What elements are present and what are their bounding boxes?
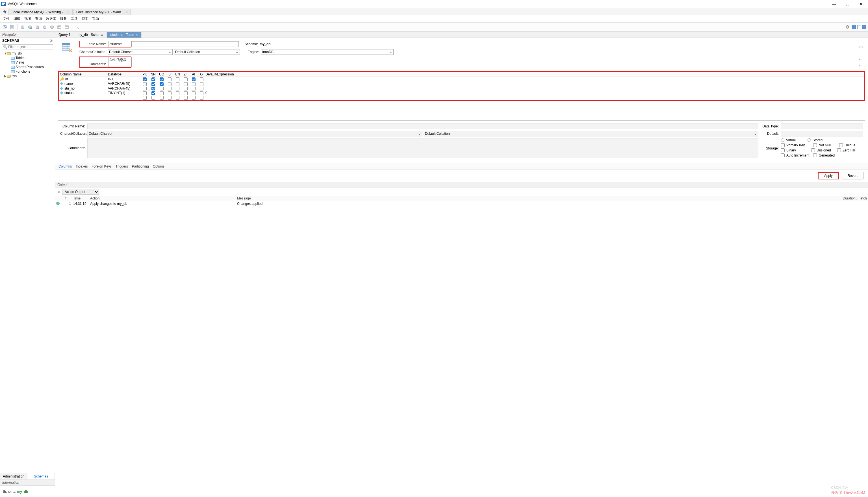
checkbox-zf[interactable] — [184, 91, 188, 95]
connection-tab-2[interactable]: Local instance MySQL - Warn... × — [73, 9, 131, 15]
bottom-tab-foreign-keys[interactable]: Foreign Keys — [91, 165, 112, 168]
output-mode-select[interactable]: Action Output — [62, 189, 99, 195]
collapse-icon[interactable]: ︽ — [858, 42, 864, 49]
menu-server[interactable]: 服务 — [60, 16, 67, 21]
toolbar-btn[interactable] — [49, 24, 55, 30]
col-collation-select[interactable]: Default Collation — [424, 131, 759, 137]
filter-objects-input[interactable]: 🔍 — [2, 44, 53, 49]
doc-tab-query1[interactable]: Query 1 — [55, 32, 74, 38]
panel-toggle-left[interactable] — [852, 25, 856, 29]
toolbar-btn[interactable] — [56, 24, 62, 30]
col-comments-field[interactable] — [87, 138, 758, 158]
chk-gen[interactable] — [813, 153, 817, 157]
close-icon[interactable]: × — [68, 10, 70, 14]
panel-toggle-mid[interactable] — [857, 25, 861, 29]
checkbox-ai[interactable] — [192, 91, 196, 95]
checkbox-un[interactable] — [176, 96, 180, 100]
close-icon[interactable]: × — [126, 10, 127, 14]
panel-toggle-right[interactable] — [862, 25, 866, 29]
checkbox-b[interactable] — [168, 91, 171, 95]
column-row[interactable] — [59, 95, 864, 100]
checkbox-ai[interactable] — [192, 87, 196, 90]
radio-virtual[interactable] — [781, 139, 784, 142]
checkbox-un[interactable] — [176, 82, 180, 86]
output-mode-icon[interactable]: ⧉ — [58, 190, 60, 194]
radio-stored[interactable] — [808, 139, 811, 142]
scroll-up-icon[interactable]: ▴ — [859, 57, 863, 61]
checkbox-g[interactable] — [200, 96, 203, 100]
collation-select[interactable]: Default Collation — [174, 49, 240, 55]
bottom-tab-partitioning[interactable]: Partitioning — [132, 165, 149, 168]
checkbox-b[interactable] — [168, 82, 171, 86]
checkbox-un[interactable] — [176, 77, 180, 81]
checkbox-uq[interactable] — [160, 82, 163, 86]
checkbox-zf[interactable] — [184, 87, 188, 90]
checkbox-uq[interactable] — [160, 77, 163, 81]
bottom-tab-columns[interactable]: Columns — [58, 165, 72, 168]
checkbox-un[interactable] — [176, 87, 180, 90]
nav-tab-administration[interactable]: Administration — [0, 473, 27, 480]
chk-un[interactable] — [811, 148, 815, 152]
apply-button[interactable]: Apply — [818, 172, 839, 180]
checkbox-uq[interactable] — [160, 91, 163, 95]
toolbar-open-sql-button[interactable] — [9, 24, 15, 30]
menu-tools[interactable]: 工具 — [71, 16, 77, 21]
schema-tree[interactable]: ▼my_db Tables Views Stored Procedures Fu… — [0, 50, 55, 473]
checkbox-zf[interactable] — [184, 96, 188, 100]
filter-input[interactable] — [8, 45, 52, 49]
column-row[interactable]: 🔑idINT — [59, 77, 864, 81]
comments-input[interactable] — [131, 57, 859, 67]
window-close-button[interactable]: ✕ — [857, 2, 865, 6]
checkbox-ai[interactable] — [192, 82, 196, 86]
col-charset-select[interactable]: Default Charset — [87, 131, 423, 137]
menu-query[interactable]: 查询 — [35, 16, 42, 21]
tree-node-procs[interactable]: Stored Procedures — [1, 65, 54, 69]
column-row[interactable]: statusTINYINT(1)0 — [59, 91, 864, 95]
tree-node-sys[interactable]: ▶sys — [1, 74, 54, 78]
checkbox-un[interactable] — [176, 91, 180, 95]
checkbox-nn[interactable] — [152, 77, 155, 81]
window-minimize-button[interactable]: — — [829, 2, 838, 6]
checkbox-b[interactable] — [168, 87, 171, 90]
col-default-field[interactable] — [781, 131, 863, 137]
column-row[interactable]: nameVARCHAR(45) — [59, 81, 864, 86]
checkbox-g[interactable] — [200, 87, 203, 90]
toolbar-btn[interactable] — [19, 24, 26, 30]
col-datatype-field[interactable] — [781, 124, 863, 129]
refresh-icon[interactable]: ⟳ — [50, 39, 53, 43]
col-name-field[interactable] — [87, 124, 758, 129]
toolbar-btn[interactable] — [27, 24, 33, 30]
checkbox-nn[interactable] — [152, 91, 155, 95]
bottom-tab-indexes[interactable]: Indexes — [76, 165, 88, 168]
checkbox-ai[interactable] — [192, 96, 196, 100]
scroll-down-icon[interactable]: ▾ — [859, 63, 863, 67]
checkbox-pk[interactable] — [143, 82, 147, 86]
chk-pk[interactable] — [781, 143, 785, 147]
checkbox-pk[interactable] — [143, 87, 147, 90]
bottom-tab-options[interactable]: Options — [153, 165, 165, 168]
menu-scripting[interactable]: 脚本 — [81, 16, 88, 21]
chk-uq[interactable] — [839, 143, 843, 147]
checkbox-nn[interactable] — [152, 87, 155, 90]
checkbox-nn[interactable] — [152, 82, 155, 86]
checkbox-zf[interactable] — [184, 77, 188, 81]
comments-input-stub[interactable]: 学生信息表 — [108, 57, 131, 67]
toolbar-btn[interactable] — [63, 24, 70, 30]
tree-node-mydb[interactable]: ▼my_db — [1, 51, 54, 56]
engine-select[interactable]: InnoDB — [261, 49, 394, 55]
checkbox-uq[interactable] — [160, 87, 163, 90]
window-maximize-button[interactable]: ▢ — [843, 2, 852, 6]
close-icon[interactable]: × — [136, 33, 138, 37]
checkbox-ai[interactable] — [192, 77, 196, 81]
column-row[interactable]: stu_noVARCHAR(45) — [59, 86, 864, 91]
chk-zf[interactable] — [837, 148, 841, 152]
charset-select[interactable]: Default Charset — [108, 49, 173, 55]
toolbar-btn[interactable] — [42, 24, 48, 30]
doc-tab-table[interactable]: students - Table× — [107, 32, 142, 38]
checkbox-b[interactable] — [168, 77, 171, 81]
checkbox-pk[interactable] — [143, 96, 147, 100]
doc-tab-schema[interactable]: my_db - Schema — [74, 32, 107, 38]
menu-edit[interactable]: 编辑 — [14, 16, 20, 21]
toolbar-btn[interactable] — [34, 24, 40, 30]
tree-node-funcs[interactable]: Functions — [1, 69, 54, 74]
